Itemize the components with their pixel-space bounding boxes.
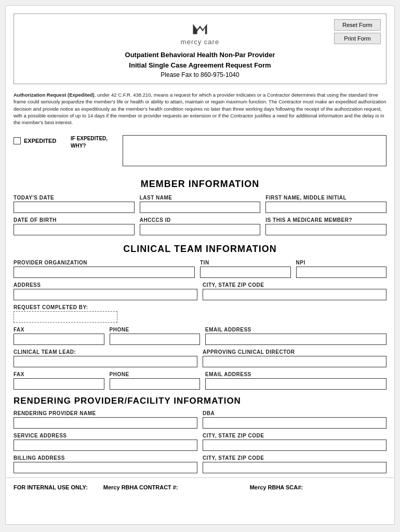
clinical-lead-input[interactable] [14, 356, 197, 367]
npi-input[interactable] [296, 267, 387, 278]
npi-group: NPI [296, 260, 387, 278]
authorization-text: Authorization Request (Expedited), under… [6, 88, 394, 129]
service-address-input[interactable] [14, 440, 197, 451]
request-completed-label: REQUEST COMPLETED BY: [14, 304, 117, 310]
provider-org-input[interactable] [14, 267, 195, 278]
service-city-group: CITY, STATE ZIP CODE [203, 433, 386, 451]
fax1-input[interactable] [14, 334, 104, 345]
footer-contract: Mercy RBHA CONTRACT #: [103, 484, 234, 490]
request-completed-group: REQUEST COMPLETED BY: [14, 304, 117, 323]
fax2-input[interactable] [14, 378, 104, 390]
title-line2: Initial Single Case Agreement Request Fo… [22, 60, 378, 71]
email2-label: EMAIL ADDRESS [205, 371, 386, 377]
member-row2: DATE OF BIRTH AHCCCS ID IS THIS A MEDICA… [14, 217, 386, 235]
phone1-input[interactable] [110, 334, 201, 345]
email2-group: EMAIL ADDRESS [205, 371, 386, 390]
clinical-row5: CLINICAL TEAM LEAD: APPROVING CLINICAL D… [14, 349, 386, 367]
ahcccs-label: AHCCCS ID [140, 217, 261, 223]
clinical-fields: PROVIDER ORGANIZATION TIN NPI ADDRESS CI… [6, 260, 394, 390]
city-state-zip-input[interactable] [203, 289, 386, 300]
billing-city-label: CITY, STATE ZIP CODE [203, 455, 386, 461]
expedited-checkbox[interactable] [14, 137, 21, 144]
form-title: Outpatient Behavioral Health Non-Par Pro… [22, 50, 378, 70]
first-name-input[interactable] [265, 202, 386, 213]
rendering-row3: BILLING ADDRESS CITY, STATE ZIP CODE [14, 455, 386, 473]
dob-input[interactable] [14, 224, 135, 235]
clinical-director-input[interactable] [203, 356, 386, 367]
expedited-section: EXPEDITED IF EXPEDITED, WHY? [6, 129, 394, 170]
last-name-input[interactable] [140, 202, 261, 213]
expedited-why-label: IF EXPEDITED, WHY? [71, 135, 112, 150]
footer-sca: Mercy RBHA SCA#: [250, 484, 359, 490]
request-completed-input[interactable] [14, 311, 117, 323]
clinical-lead-group: CLINICAL TEAM LEAD: [14, 349, 197, 367]
fax2-label: FAX [14, 371, 104, 377]
fax-line: Please Fax to 860-975-1040 [22, 71, 378, 78]
service-address-group: SERVICE ADDRESS [14, 433, 197, 451]
phone2-label: PHONE [110, 371, 201, 377]
service-address-label: SERVICE ADDRESS [14, 433, 197, 438]
todays-date-label: TODAY'S DATE [14, 195, 135, 201]
last-name-label: LAST NAME [140, 195, 261, 201]
npi-label: NPI [296, 260, 387, 265]
logo-brand-text: mercy care [181, 38, 219, 46]
button-group: Reset Form Print Form [334, 19, 381, 44]
rendering-fields: RENDERING PROVIDER NAME DBA SERVICE ADDR… [6, 410, 394, 473]
billing-address-group: BILLING ADDRESS [14, 455, 197, 473]
clinical-row3: REQUEST COMPLETED BY: [14, 304, 386, 323]
member-row1: TODAY'S DATE LAST NAME FIRST NAME, MIDDL… [14, 195, 386, 213]
phone2-input[interactable] [110, 378, 201, 390]
ahcccs-group: AHCCCS ID [140, 217, 261, 235]
fax1-group: FAX [14, 327, 104, 345]
dob-label: DATE OF BIRTH [14, 217, 135, 223]
ahcccs-input[interactable] [140, 224, 261, 235]
clinical-row6: FAX PHONE EMAIL ADDRESS [14, 371, 386, 390]
medicare-label: IS THIS A MEDICARE MEMBER? [265, 217, 386, 223]
address-input[interactable] [14, 289, 197, 300]
service-city-input[interactable] [203, 440, 386, 451]
dba-input[interactable] [203, 417, 386, 429]
tin-input[interactable] [200, 267, 291, 278]
title-line1: Outpatient Behavioral Health Non-Par Pro… [22, 50, 378, 60]
footer-bar: FOR INTERNAL USE ONLY: Mercy RBHA CONTRA… [6, 477, 394, 497]
city-state-zip-group: CITY, STATE ZIP CODE [203, 282, 386, 300]
fax1-label: FAX [14, 327, 104, 332]
email2-input[interactable] [205, 378, 386, 390]
rendering-row1: RENDERING PROVIDER NAME DBA [14, 410, 386, 429]
expedited-why-input[interactable] [123, 135, 386, 166]
footer-internal-label: FOR INTERNAL USE ONLY: [14, 484, 88, 490]
todays-date-input[interactable] [14, 202, 135, 213]
billing-address-input[interactable] [14, 462, 197, 473]
last-name-group: LAST NAME [140, 195, 261, 213]
form-page: Reset Form Print Form mercy care Outpati… [5, 5, 395, 525]
clinical-director-label: APPROVING CLINICAL DIRECTOR [203, 349, 386, 355]
rendering-name-input[interactable] [14, 417, 197, 429]
clinical-row1: PROVIDER ORGANIZATION TIN NPI [14, 260, 386, 278]
footer-contract-label: Mercy RBHA CONTRACT #: [103, 484, 178, 490]
dba-group: DBA [203, 410, 386, 429]
email1-group: EMAIL ADDRESS [205, 327, 386, 345]
member-fields: TODAY'S DATE LAST NAME FIRST NAME, MIDDL… [6, 195, 394, 235]
tin-group: TIN [200, 260, 291, 278]
billing-city-input[interactable] [203, 462, 386, 473]
billing-address-label: BILLING ADDRESS [14, 455, 197, 461]
provider-org-group: PROVIDER ORGANIZATION [14, 260, 195, 278]
auth-bold: Authorization Request (Expedited) [14, 92, 95, 98]
email1-label: EMAIL ADDRESS [205, 327, 386, 332]
member-section-heading: MEMBER INFORMATION [6, 179, 394, 190]
billing-city-group: CITY, STATE ZIP CODE [203, 455, 386, 473]
print-button[interactable]: Print Form [334, 33, 381, 44]
rendering-name-group: RENDERING PROVIDER NAME [14, 410, 197, 429]
address-group: ADDRESS [14, 282, 197, 300]
reset-button[interactable]: Reset Form [334, 19, 381, 31]
clinical-section-heading: CLINICAL TEAM INFORMATION [6, 244, 394, 255]
medicare-group: IS THIS A MEDICARE MEMBER? [265, 217, 386, 235]
expedited-checkbox-group: EXPEDITED [14, 137, 60, 144]
todays-date-group: TODAY'S DATE [14, 195, 135, 213]
medicare-input[interactable] [265, 224, 386, 235]
clinical-row4: FAX PHONE EMAIL ADDRESS [14, 327, 386, 345]
city-state-zip-label: CITY, STATE ZIP CODE [203, 282, 386, 288]
footer-sca-label: Mercy RBHA SCA#: [250, 484, 303, 490]
phone1-group: PHONE [110, 327, 201, 345]
email1-input[interactable] [205, 334, 386, 345]
